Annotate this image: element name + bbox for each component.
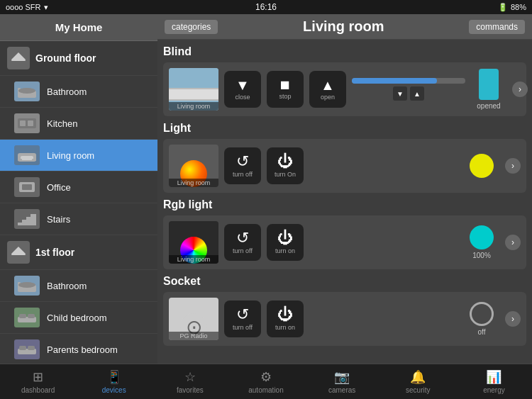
rgb-light-section: Rgb light Living room ↺ turn off ⏻ turn … — [163, 198, 526, 269]
socket-turn-on-icon: ⏻ — [277, 307, 293, 322]
socket-status-indicator: off — [464, 302, 499, 336]
sidebar-item-bathroom2[interactable]: Bathroom — [0, 270, 157, 302]
blind-status-label: opened — [477, 102, 500, 110]
light-title: Light — [163, 122, 526, 135]
blind-open-button[interactable]: ▲ open — [309, 71, 346, 108]
automation-label: automation — [248, 386, 283, 394]
light-turn-on-button[interactable]: ⏻ turn On — [267, 147, 304, 184]
socket-turn-on-label: turn on — [275, 324, 295, 331]
nav-devices[interactable]: 📱 devices — [76, 369, 152, 394]
office-icon — [14, 177, 40, 197]
socket-title: Socket — [163, 275, 526, 288]
svg-marker-1 — [11, 52, 26, 60]
carrier-text: oooo SFR — [6, 3, 41, 11]
wifi-icon: ▾ — [44, 3, 48, 12]
page-title: Living room — [303, 18, 384, 35]
sidebar-item-child-bedroom[interactable]: Child bedroom — [0, 302, 157, 334]
bottom-nav: ⊞ dashboard 📱 devices ☆ favorites ⚙ auto… — [0, 364, 532, 399]
rgb-turn-on-icon: ⏻ — [277, 230, 293, 246]
blind-row: Living room ▼ close ⏹ stop ▲ open — [163, 62, 526, 116]
nav-cameras[interactable]: 📷 cameras — [304, 369, 380, 394]
nav-energy[interactable]: 📊 energy — [456, 369, 532, 394]
rgb-status-indicator: 100% — [464, 225, 499, 259]
light-turn-on-label: turn On — [275, 171, 296, 178]
svg-rect-7 — [28, 120, 33, 126]
blind-arrow-down[interactable]: ▼ — [393, 86, 407, 101]
blind-room-label: Living room — [169, 102, 218, 111]
sidebar-item-living-room[interactable]: Living room — [0, 140, 157, 172]
status-bar: oooo SFR ▾ 16:16 🔋 88% — [0, 0, 532, 14]
ground-floor-label: Ground floor — [35, 52, 96, 64]
content-scroll: Blind Living room ▼ close — [157, 40, 532, 364]
sidebar-item-parents-bedroom[interactable]: Parents bedroom — [0, 334, 157, 364]
bathroom2-label: Bathroom — [47, 281, 87, 291]
socket-turn-off-button[interactable]: ↺ turn off — [224, 300, 261, 337]
rgb-light-title: Rgb light — [163, 198, 526, 211]
child-bedroom-label: Child bedroom — [47, 313, 107, 323]
light-turn-off-label: turn off — [233, 171, 253, 178]
light-thumbnail: Living room — [169, 145, 218, 187]
devices-icon: 📱 — [106, 369, 122, 385]
svg-rect-23 — [19, 346, 26, 350]
blind-chevron-button[interactable]: › — [512, 82, 528, 97]
categories-button[interactable]: categories — [165, 20, 218, 34]
parents-bedroom-icon — [14, 339, 40, 359]
bathroom1-label: Bathroom — [47, 86, 87, 97]
kitchen-icon — [14, 113, 40, 133]
socket-turn-off-label: turn off — [233, 324, 253, 331]
socket-chevron-button[interactable]: › — [505, 311, 521, 327]
sidebar-section-ground-floor[interactable]: Ground floor — [0, 41, 157, 76]
svg-rect-6 — [20, 120, 26, 126]
socket-section: Socket PG Radio ↺ turn off ⏻ turn on — [163, 275, 526, 346]
status-left: oooo SFR ▾ — [6, 3, 48, 12]
rgb-turn-off-label: turn off — [233, 247, 253, 254]
energy-label: energy — [483, 386, 505, 394]
rgb-light-row: Living room ↺ turn off ⏻ turn on 100% — [163, 215, 526, 269]
blind-slider-fill — [352, 78, 437, 84]
svg-point-18 — [18, 282, 35, 288]
light-turn-off-button[interactable]: ↺ turn off — [224, 147, 261, 184]
blind-title: Blind — [163, 45, 526, 58]
rgb-turn-on-button[interactable]: ⏻ turn on — [267, 224, 304, 261]
svg-rect-10 — [18, 159, 22, 161]
rgb-turn-off-button[interactable]: ↺ turn off — [224, 224, 261, 261]
sidebar-section-1st-floor[interactable]: 1st floor — [0, 235, 157, 270]
status-right: 🔋 88% — [498, 3, 526, 12]
status-time: 16:16 — [255, 2, 277, 12]
rgb-chevron-button[interactable]: › — [505, 235, 521, 250]
bathroom1-icon — [14, 82, 40, 101]
parents-bedroom-label: Parents bedroom — [47, 344, 118, 355]
rgb-thumbnail: Living room — [169, 221, 218, 264]
blind-slider-track[interactable] — [352, 78, 465, 84]
security-icon: 🔔 — [410, 369, 426, 385]
socket-turn-on-button[interactable]: ⏻ turn on — [267, 300, 304, 337]
stairs-label: Stairs — [47, 214, 70, 225]
blind-stop-label: stop — [279, 93, 291, 100]
sidebar-item-kitchen[interactable]: Kitchen — [0, 108, 157, 140]
light-row: Living room ↺ turn off ⏻ turn On › — [163, 139, 526, 193]
nav-favorites[interactable]: ☆ favorites — [152, 369, 228, 394]
socket-turn-off-icon: ↺ — [236, 307, 249, 322]
light-section: Light Living room ↺ turn off ⏻ turn On — [163, 122, 526, 193]
svg-rect-14 — [11, 254, 26, 255]
sidebar-item-office[interactable]: Office — [0, 172, 157, 203]
nav-security[interactable]: 🔔 security — [380, 369, 456, 394]
blind-stop-button[interactable]: ⏹ stop — [267, 71, 304, 108]
blind-close-label: close — [235, 94, 250, 101]
light-chevron-button[interactable]: › — [505, 158, 521, 174]
battery-text: 88% — [511, 3, 526, 11]
blind-arrow-up[interactable]: ▲ — [410, 86, 424, 101]
commands-button[interactable]: commands — [469, 20, 525, 34]
blind-close-button[interactable]: ▼ close — [224, 71, 261, 108]
kitchen-label: Kitchen — [47, 118, 77, 129]
security-label: security — [406, 386, 430, 394]
sidebar-item-bathroom1[interactable]: Bathroom — [0, 76, 157, 108]
nav-automation[interactable]: ⚙ automation — [228, 369, 304, 394]
blind-close-icon: ▼ — [235, 78, 250, 92]
blind-slider-area: ▼ ▲ — [352, 78, 465, 101]
nav-dashboard[interactable]: ⊞ dashboard — [0, 369, 76, 394]
rgb-turn-on-label: turn on — [275, 247, 295, 254]
socket-room-label: PG Radio — [169, 332, 218, 340]
sidebar-item-stairs[interactable]: Stairs — [0, 203, 157, 235]
ground-floor-icon — [7, 47, 30, 69]
